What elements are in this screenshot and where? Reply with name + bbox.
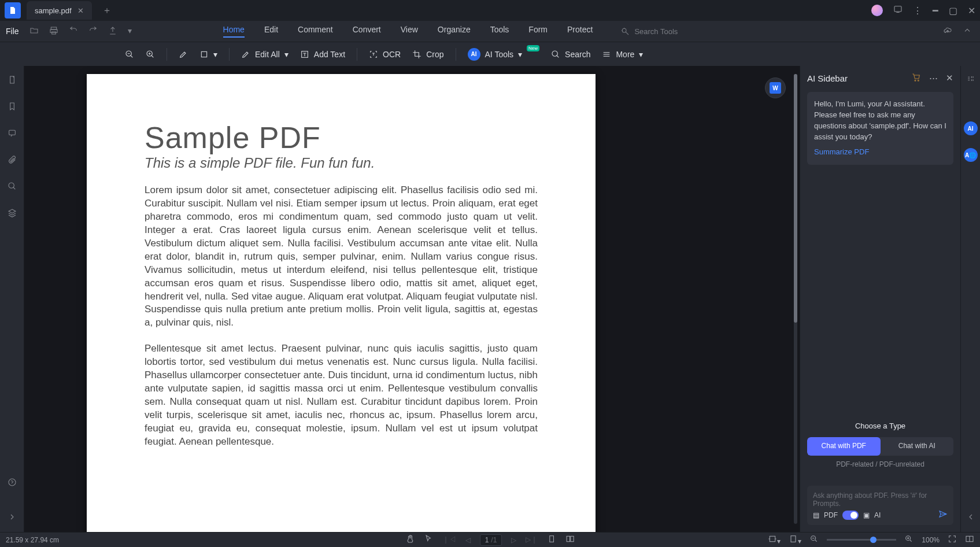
help-icon[interactable] [8,478,17,489]
menu-home[interactable]: Home [223,25,245,38]
shape-button[interactable]: ▾ [199,50,217,59]
ai-rail-icon[interactable]: AI [964,121,978,135]
kebab-menu-icon[interactable]: ⋮ [913,5,922,16]
user-avatar[interactable] [871,5,883,16]
svg-point-14 [918,80,919,81]
hand-tool-icon[interactable] [405,534,415,545]
layers-icon[interactable] [8,208,17,220]
scrollbar-thumb[interactable] [794,74,797,323]
last-page-icon[interactable]: ▷｜ [526,535,538,545]
doc-title: Sample PDF [145,120,538,155]
close-tab-icon[interactable]: ✕ [77,6,84,15]
expand-left-icon[interactable] [8,512,17,524]
more-button[interactable]: More ▾ [602,50,643,59]
convert-to-word-button[interactable]: W [765,77,786,98]
chat-with-pdf-button[interactable]: Chat with PDF [807,437,881,456]
menu-view[interactable]: View [401,25,418,38]
feedback-icon[interactable] [893,5,903,16]
summarize-pdf-link[interactable]: Summarize PDF [814,147,946,158]
minimize-icon[interactable]: ━ [933,5,938,16]
doc-paragraph-1: Lorem ipsum dolor sit amet, consectetuer… [145,184,538,330]
statusbar: 21.59 x 27.94 cm ｜◁ ◁ 1 /1 ▷ ▷｜ ▾ ▾ 100% [0,532,980,547]
more-options-icon[interactable]: ⋯ [929,73,938,84]
menu-edit[interactable]: Edit [264,25,278,38]
zoom-in-button[interactable] [146,50,155,59]
zoom-out-button[interactable] [125,50,134,59]
new-badge: New [527,45,539,51]
crop-label: Crop [426,50,443,59]
svg-rect-19 [791,536,796,542]
ai-sidebar-title: AI Sidebar [807,73,848,83]
zoom-in-status-icon[interactable] [904,534,914,545]
search-tools-placeholder: Search Tools [634,27,678,36]
search-panel-icon[interactable] [8,182,17,193]
read-mode-icon[interactable] [965,534,974,545]
open-icon[interactable] [29,26,39,37]
svg-rect-3 [51,32,56,34]
add-text-button[interactable]: Add Text [300,50,345,59]
menu-convert[interactable]: Convert [353,25,381,38]
translate-rail-icon[interactable]: A🌐 [964,148,978,162]
ai-context-icon: ▣ [863,511,870,519]
two-page-icon[interactable] [565,534,575,545]
menu-form[interactable]: Form [528,25,548,38]
page-number-input[interactable]: 1 /1 [480,534,502,546]
select-tool-icon[interactable] [424,534,433,545]
search-button[interactable]: Search [551,50,590,59]
ai-tools-label: AI Tools [485,50,514,59]
menu-comment[interactable]: Comment [298,25,333,38]
file-menu[interactable]: File [6,27,19,36]
pdf-context-toggle[interactable] [842,511,859,520]
undo-icon[interactable] [69,26,78,37]
comments-icon[interactable] [8,128,17,140]
cart-icon[interactable] [912,73,921,84]
current-page: 1 [485,536,489,544]
dropdown-icon[interactable]: ▾ [128,26,132,37]
print-icon[interactable] [49,26,58,37]
tab-title: sample.pdf [35,6,72,15]
fit-width-icon[interactable]: ▾ [768,534,781,545]
fit-page-icon[interactable]: ▾ [789,534,801,545]
ai-tools-button[interactable]: AIAI Tools ▾New [468,48,540,61]
expand-right-icon[interactable] [966,512,975,524]
first-page-icon[interactable]: ｜◁ [442,535,456,545]
search-tools[interactable]: Search Tools [620,27,678,36]
close-window-icon[interactable]: ✕ [968,5,975,16]
document-viewport[interactable]: Sample PDF This is a simple PDF file. Fu… [24,66,800,532]
cloud-icon[interactable] [943,26,952,37]
right-sidebar: AI A🌐 [960,66,980,532]
prev-page-icon[interactable]: ◁ [465,536,471,544]
choose-type-label: Choose a Type [807,422,953,430]
share-icon[interactable] [108,26,117,37]
attachments-icon[interactable] [8,155,17,167]
ai-chat-input[interactable]: Ask anything about PDF. Press '#' for Pr… [807,486,953,525]
crop-button[interactable]: Crop [412,50,443,59]
new-tab-button[interactable]: ＋ [102,5,112,17]
redo-icon[interactable] [88,26,98,37]
thumbnails-icon[interactable] [8,75,17,87]
maximize-icon[interactable]: ▢ [949,5,957,16]
zoom-slider[interactable] [827,539,896,541]
highlight-button[interactable] [179,50,188,59]
vertical-scrollbar[interactable] [794,74,797,524]
zoom-out-status-icon[interactable] [809,534,819,545]
chat-with-ai-button[interactable]: Chat with AI [881,437,954,456]
fullscreen-icon[interactable] [948,534,957,545]
properties-icon[interactable] [966,74,975,86]
menu-organize[interactable]: Organize [438,25,471,38]
edit-all-button[interactable]: Edit All ▾ [241,50,289,59]
svg-point-13 [915,80,916,81]
document-tab[interactable]: sample.pdf ✕ [27,1,92,20]
app-logo [5,2,21,19]
next-page-icon[interactable]: ▷ [511,536,516,544]
close-ai-sidebar-icon[interactable]: ✕ [946,73,953,84]
bookmarks-icon[interactable] [8,102,17,113]
send-icon[interactable] [938,509,948,520]
single-page-icon[interactable] [547,534,556,545]
ocr-button[interactable]: OCR [369,50,401,59]
collapse-ribbon-icon[interactable] [963,26,972,37]
menu-tools[interactable]: Tools [490,25,509,38]
menu-protect[interactable]: Protect [567,25,593,38]
left-sidebar [0,66,24,532]
total-pages: /1 [491,536,497,544]
